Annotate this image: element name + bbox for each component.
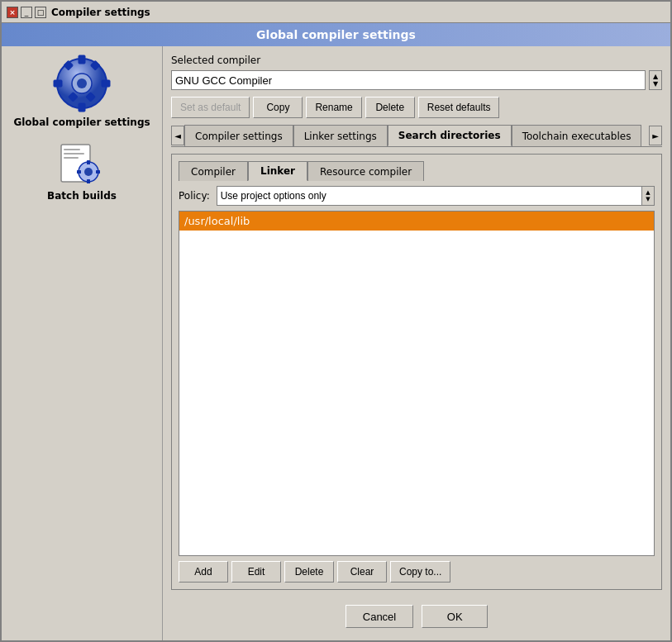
restore-icon: □ [37,8,45,17]
titlebar-text: Compiler settings [51,7,150,18]
ok-button[interactable]: OK [422,605,488,628]
policy-select[interactable]: Use project options only [217,186,655,206]
outer-tabs: ◄ Compiler settings Linker settings Sear… [171,125,662,147]
toolbar-row: Set as default Copy Rename Delete Reset … [171,97,662,118]
sidebar-batch-item[interactable]: Batch builds [47,140,117,202]
window: × _ □ Compiler settings Global compiler … [0,0,672,642]
sub-tab-compiler[interactable]: Compiler [179,161,248,181]
minimize-button[interactable]: _ [21,7,32,18]
delete-button[interactable]: Delete [365,97,415,118]
action-row: Add Edit Delete Clear Copy to... [179,561,655,583]
right-panel: Selected compiler GNU GCC Compiler ▲▼ Se… [163,46,670,640]
directory-list[interactable]: /usr/local/lib [179,211,655,556]
minimize-icon: _ [25,8,29,17]
svg-rect-2 [79,103,85,112]
tab-compiler-settings[interactable]: Compiler settings [184,125,293,146]
sub-tab-resource-compiler[interactable]: Resource compiler [307,161,424,181]
sidebar: Global compiler settings [2,46,163,640]
copy-button[interactable]: Copy [253,97,303,118]
svg-rect-19 [77,170,81,174]
policy-row: Policy: Use project options only ▲▼ [179,186,655,206]
window-title: Global compiler settings [2,23,670,46]
sidebar-main-label: Global compiler settings [13,117,150,128]
policy-spinbox[interactable]: ▲▼ [641,186,655,206]
tab-toolchain-executables[interactable]: Toolchain executables [512,125,642,146]
svg-rect-12 [64,149,80,150]
restore-button[interactable]: □ [35,7,46,18]
set-default-button[interactable]: Set as default [171,97,250,118]
sub-tabs: Compiler Linker Resource compiler [179,161,655,181]
inner-panel: Compiler Linker Resource compiler Policy… [171,154,662,590]
svg-point-16 [84,168,93,176]
add-button[interactable]: Add [179,561,228,583]
cancel-button[interactable]: Cancel [346,605,413,628]
delete-dir-button[interactable]: Delete [284,561,334,583]
directory-item[interactable]: /usr/local/lib [179,212,654,231]
tabs-list: Compiler settings Linker settings Search… [184,125,649,146]
tab-search-directories[interactable]: Search directories [388,125,512,146]
close-icon: × [9,8,16,17]
gear-icon [53,55,111,112]
selected-compiler-label: Selected compiler [171,55,662,66]
dialog-row: Cancel OK [171,597,662,632]
titlebar-controls: × _ □ [7,7,46,18]
edit-button[interactable]: Edit [231,561,281,583]
batch-icon [57,140,107,186]
main-content: Global compiler settings [2,46,670,640]
clear-button[interactable]: Clear [337,561,387,583]
svg-rect-1 [79,55,85,64]
rename-button[interactable]: Rename [306,97,361,118]
sidebar-main-item[interactable]: Global compiler settings [13,55,150,128]
close-button[interactable]: × [7,7,18,18]
compiler-section: Selected compiler GNU GCC Compiler ▲▼ [171,55,662,90]
svg-rect-20 [96,170,100,174]
sub-tab-linker[interactable]: Linker [248,161,307,181]
svg-rect-13 [64,153,84,155]
tab-prev-button[interactable]: ◄ [171,126,184,145]
svg-rect-14 [64,157,79,159]
compiler-spinbox[interactable]: ▲▼ [649,70,662,90]
policy-label: Policy: [179,190,210,202]
svg-rect-4 [102,80,110,87]
compiler-row: GNU GCC Compiler ▲▼ [171,70,662,90]
svg-rect-17 [87,160,90,164]
compiler-select[interactable]: GNU GCC Compiler [171,70,646,90]
titlebar: × _ □ Compiler settings [2,2,670,23]
policy-select-wrap: Use project options only ▲▼ [217,186,655,206]
svg-rect-18 [87,179,90,183]
tab-linker-settings[interactable]: Linker settings [293,125,388,146]
tab-next-button[interactable]: ► [649,126,662,145]
copy-to-button[interactable]: Copy to... [390,561,450,583]
sidebar-batch-label: Batch builds [47,190,117,202]
svg-rect-3 [54,80,62,87]
reset-defaults-button[interactable]: Reset defaults [418,97,500,118]
svg-point-10 [77,78,87,88]
